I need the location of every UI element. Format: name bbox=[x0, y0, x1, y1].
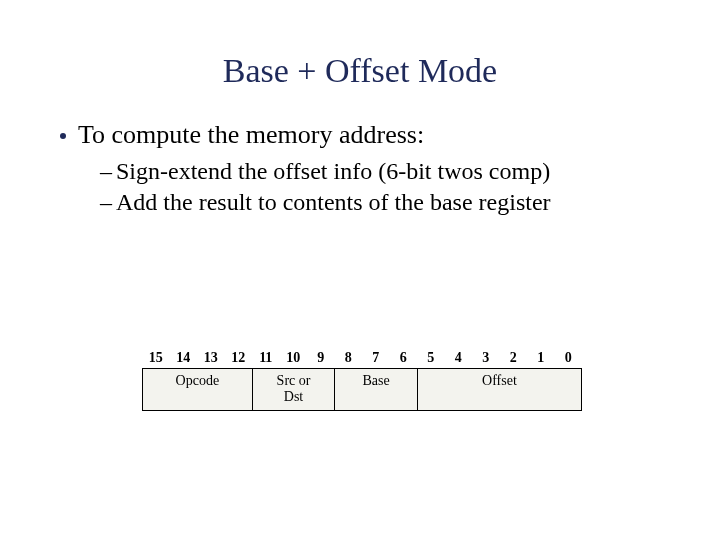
sub-bullet-1: –Sign-extend the offset info (6-bit twos… bbox=[60, 156, 660, 187]
sub-bullet-2-text: Add the result to contents of the base r… bbox=[116, 189, 551, 215]
bit-label: 2 bbox=[500, 350, 528, 366]
bullet-text: To compute the memory address: bbox=[78, 120, 424, 150]
bit-label: 14 bbox=[170, 350, 198, 366]
slide: Base + Offset Mode To compute the memory… bbox=[0, 0, 720, 540]
bit-label: 11 bbox=[252, 350, 280, 366]
bit-label: 0 bbox=[555, 350, 583, 366]
slide-title: Base + Offset Mode bbox=[0, 0, 720, 90]
field-base: Base bbox=[335, 369, 418, 410]
bit-label: 7 bbox=[362, 350, 390, 366]
bullet-dot-icon bbox=[60, 133, 66, 139]
bit-label: 12 bbox=[225, 350, 253, 366]
bullet-item: To compute the memory address: bbox=[60, 120, 660, 150]
bit-label: 1 bbox=[527, 350, 555, 366]
bit-label: 6 bbox=[390, 350, 418, 366]
field-opcode: Opcode bbox=[143, 369, 253, 410]
field-row: Opcode Src orDst Base Offset bbox=[142, 368, 582, 411]
field-src-dst: Src orDst bbox=[253, 369, 336, 410]
bit-label: 8 bbox=[335, 350, 363, 366]
bit-label: 9 bbox=[307, 350, 335, 366]
sub-bullet-1-text: Sign-extend the offset info (6-bit twos … bbox=[116, 158, 550, 184]
dash-icon: – bbox=[100, 156, 116, 187]
bit-index-row: 15 14 13 12 11 10 9 8 7 6 5 4 3 2 1 0 bbox=[142, 350, 582, 366]
sub-bullet-2: –Add the result to contents of the base … bbox=[60, 187, 660, 218]
bit-label: 10 bbox=[280, 350, 308, 366]
dash-icon: – bbox=[100, 187, 116, 218]
bit-label: 5 bbox=[417, 350, 445, 366]
bit-label: 15 bbox=[142, 350, 170, 366]
instruction-format-diagram: 15 14 13 12 11 10 9 8 7 6 5 4 3 2 1 0 Op… bbox=[142, 350, 582, 411]
bit-label: 13 bbox=[197, 350, 225, 366]
bit-label: 4 bbox=[445, 350, 473, 366]
field-offset: Offset bbox=[418, 369, 581, 410]
slide-body: To compute the memory address: –Sign-ext… bbox=[0, 90, 720, 217]
bit-label: 3 bbox=[472, 350, 500, 366]
